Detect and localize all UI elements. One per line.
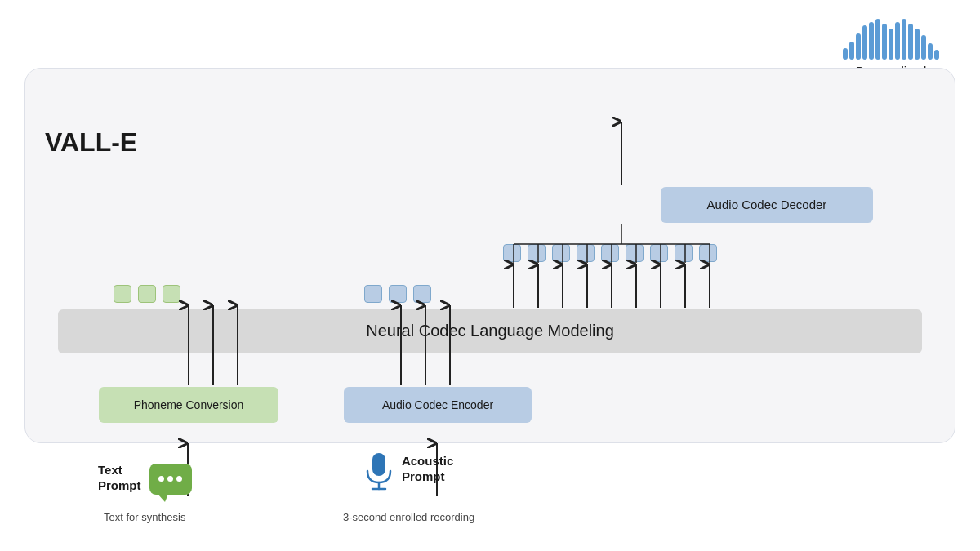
dec-token-1 xyxy=(503,244,521,262)
acoustic-prompt-area: Acoustic Prompt 3-second enrolled record… xyxy=(343,453,474,523)
dec-token-7 xyxy=(650,244,668,262)
phoneme-conversion-box: Phoneme Conversion xyxy=(99,387,278,423)
waveform-bar xyxy=(882,24,887,60)
acd-label: Audio Codec Decoder xyxy=(707,198,827,211)
waveform-bar xyxy=(928,43,933,60)
waveform-bar xyxy=(889,29,893,60)
nclm-bar: Neural Codec Language Modeling xyxy=(58,309,922,353)
phoneme-token-3 xyxy=(163,285,180,303)
waveform-bar xyxy=(895,22,900,60)
chat-bubble-icon xyxy=(149,464,192,495)
audio-codec-decoder-box: Audio Codec Decoder xyxy=(661,187,873,223)
encoder-token-3 xyxy=(413,285,431,303)
ace-label: Audio Codec Encoder xyxy=(382,398,493,411)
acoustic-prompt-label: Acoustic Prompt xyxy=(402,453,453,485)
phoneme-tokens xyxy=(114,285,180,303)
audio-codec-encoder-box: Audio Codec Encoder xyxy=(344,387,532,423)
waveform-bar xyxy=(856,33,861,60)
nclm-label: Neural Codec Language Modeling xyxy=(366,322,614,340)
dec-token-8 xyxy=(675,244,693,262)
arrows-svg xyxy=(25,69,955,442)
waveform-bar xyxy=(915,29,920,60)
encoder-token-1 xyxy=(364,285,382,303)
pc-label: Phoneme Conversion xyxy=(134,398,244,411)
waveform-bar xyxy=(862,25,867,60)
dec-token-9 xyxy=(699,244,717,262)
svg-rect-29 xyxy=(372,453,385,476)
waveform-bar xyxy=(908,24,913,60)
dec-token-6 xyxy=(626,244,644,262)
phoneme-token-2 xyxy=(138,285,156,303)
encoder-token-2 xyxy=(389,285,407,303)
waveform-bar xyxy=(849,42,854,60)
text-prompt-area: Text Prompt Text for synthesis xyxy=(98,462,192,523)
dec-token-2 xyxy=(528,244,546,262)
decoder-tokens xyxy=(503,244,717,262)
waveform-bar xyxy=(875,19,880,60)
waveform-bar xyxy=(869,22,874,60)
dec-token-5 xyxy=(601,244,619,262)
acoustic-prompt-sub: 3-second enrolled recording xyxy=(343,511,474,523)
waveform-bar xyxy=(902,19,906,60)
waveform-bar xyxy=(921,35,926,60)
waveform-bar xyxy=(843,48,848,60)
encoder-tokens xyxy=(364,285,431,303)
vall-e-label: VALL-E xyxy=(45,127,137,158)
dec-token-4 xyxy=(577,244,595,262)
waveform-bar xyxy=(934,50,939,60)
text-prompt-sub: Text for synthesis xyxy=(104,511,185,523)
waveform-icon xyxy=(843,19,939,60)
text-prompt-label: Text Prompt xyxy=(98,462,141,494)
diagram-box: VALL-E Neural Codec Language Modeling Au… xyxy=(24,68,956,443)
phoneme-token-1 xyxy=(114,285,131,303)
mic-icon xyxy=(364,453,394,501)
dec-token-3 xyxy=(552,244,570,262)
main-container: Personalized Speech VALL-E Neural Codec … xyxy=(24,19,956,533)
